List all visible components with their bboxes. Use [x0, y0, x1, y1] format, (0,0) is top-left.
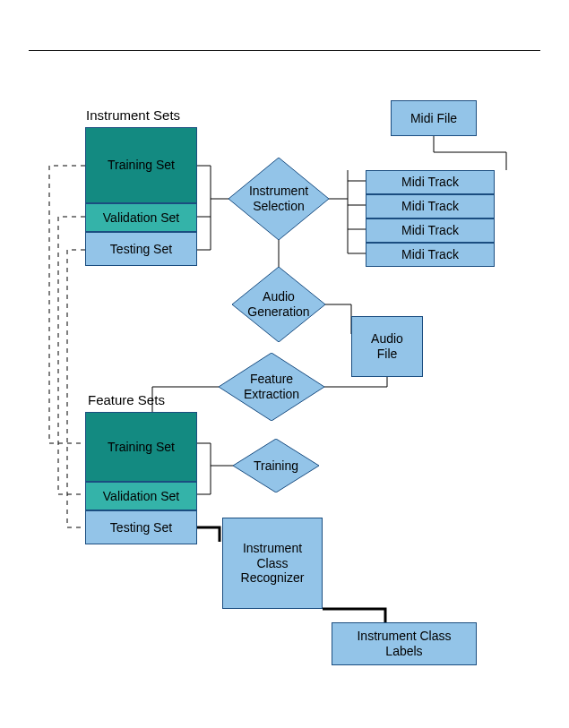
svg-marker-2	[219, 353, 324, 421]
midi-track-1: Midi Track	[366, 170, 495, 194]
text: Validation Set	[103, 210, 179, 226]
text: Training Set	[108, 158, 175, 173]
text: Midi Track	[401, 199, 459, 214]
text: Midi Track	[401, 247, 459, 262]
feature-extraction-diamond: Feature Extraction	[219, 353, 324, 421]
midi-file: Midi File	[391, 100, 477, 136]
training-diamond: Training	[233, 439, 319, 492]
midi-track-3: Midi Track	[366, 218, 495, 243]
text: Validation Set	[103, 489, 179, 504]
text: Instrument Class Recognizer	[241, 541, 305, 586]
instrument-class-recognizer: Instrument Class Recognizer	[222, 518, 323, 609]
text: Instrument Class Labels	[357, 629, 451, 659]
text: Audio File	[371, 331, 403, 362]
audio-file: Audio File	[351, 316, 423, 377]
audio-generation-diamond: Audio Generation	[232, 267, 325, 342]
feature-validation-set: Validation Set	[85, 482, 197, 510]
text: Testing Set	[110, 520, 172, 535]
feature-testing-set: Testing Set	[85, 510, 197, 544]
instrument-class-labels: Instrument Class Labels	[332, 622, 477, 665]
text: Midi File	[410, 111, 457, 126]
instrument-validation-set: Validation Set	[85, 203, 197, 232]
midi-track-2: Midi Track	[366, 194, 495, 218]
svg-marker-0	[228, 158, 329, 240]
instrument-selection-diamond: Instrument Selection	[228, 158, 329, 240]
feature-sets-label: Feature Sets	[88, 392, 165, 407]
feature-training-set: Training Set	[85, 412, 197, 482]
instrument-sets-label: Instrument Sets	[86, 107, 180, 123]
top-rule	[29, 50, 540, 51]
svg-marker-1	[232, 267, 325, 342]
text: Midi Track	[401, 223, 459, 238]
text: Training Set	[108, 440, 175, 455]
midi-track-4: Midi Track	[366, 243, 495, 267]
text: Testing Set	[110, 242, 172, 257]
instrument-training-set: Training Set	[85, 127, 197, 203]
instrument-testing-set: Testing Set	[85, 232, 197, 266]
svg-marker-3	[233, 439, 319, 492]
text: Midi Track	[401, 175, 459, 190]
